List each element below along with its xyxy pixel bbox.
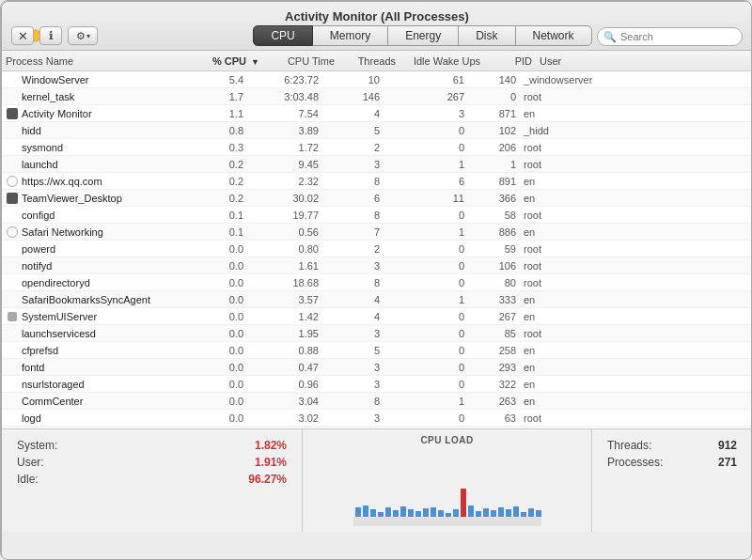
process-threads: 146 [319, 91, 380, 102]
svg-rect-12 [438, 510, 444, 517]
process-cpu: 0.2 [178, 193, 243, 204]
process-threads: 5 [319, 125, 380, 136]
col-header-cpu[interactable]: % CPU ▼ [194, 55, 259, 67]
app-icon [6, 310, 19, 323]
svg-rect-4 [378, 512, 384, 517]
process-threads: 8 [319, 210, 380, 221]
svg-rect-20 [498, 507, 504, 517]
table-row[interactable]: logd 0.0 3.02 3 0 63 root [2, 410, 752, 427]
table-row[interactable]: notifyd 0.0 1.61 3 0 106 root [2, 257, 752, 274]
table-row[interactable]: TeamViewer_Desktop 0.2 30.02 6 11 366 en [2, 190, 752, 207]
user-label: User: [17, 456, 44, 469]
table-row[interactable]: launchservicesd 0.0 1.95 3 0 85 root [2, 325, 752, 342]
tab-energy[interactable]: Energy [387, 25, 459, 46]
table-row[interactable]: hidd 0.8 3.89 5 0 102 _hidd [2, 122, 752, 139]
process-user: root [516, 328, 591, 339]
process-threads: 10 [319, 74, 380, 86]
col-header-user[interactable]: User [532, 55, 607, 67]
tab-disk[interactable]: Disk [458, 25, 515, 46]
process-cputime: 0.47 [243, 362, 319, 373]
process-name: fontd [6, 361, 178, 374]
process-cpu: 0.2 [178, 159, 243, 170]
process-cpu: 0.0 [178, 362, 243, 373]
process-cputime: 3:03.48 [243, 91, 319, 102]
table-row[interactable]: SystemUIServer 0.0 1.42 4 0 267 en [2, 308, 752, 325]
process-threads: 4 [319, 311, 380, 322]
process-cputime: 2.32 [243, 176, 319, 187]
table-row[interactable]: opendirectoryd 0.0 18.68 8 0 80 root [2, 274, 752, 291]
svg-rect-11 [431, 507, 436, 517]
table-row[interactable]: WindowServer 5.4 6:23.72 10 61 140 _wind… [2, 71, 752, 88]
bottom-bar: System: 1.82% User: 1.91% Idle: 96.27% C… [2, 428, 752, 532]
tab-network[interactable]: Network [515, 25, 592, 46]
process-cputime: 19.77 [243, 210, 319, 221]
process-pid: 206 [464, 142, 516, 153]
table-row[interactable]: Activity Monitor 1.1 7.54 4 3 871 en [2, 105, 752, 122]
process-name: sysmond [6, 141, 178, 154]
process-cpu: 0.0 [178, 379, 243, 390]
tab-cpu[interactable]: CPU [253, 25, 312, 46]
process-user: root [516, 210, 591, 221]
table-row[interactable]: configd 0.1 19.77 8 0 58 root [2, 207, 752, 224]
process-threads: 3 [319, 260, 380, 272]
process-cpu: 0.3 [178, 142, 243, 153]
table-row[interactable]: kernel_task 1.7 3:03.48 146 267 0 root [2, 88, 752, 105]
process-user: en [516, 176, 591, 187]
user-value: 1.91% [255, 456, 287, 469]
process-list[interactable]: WindowServer 5.4 6:23.72 10 61 140 _wind… [2, 71, 752, 428]
process-cpu: 1.1 [178, 108, 243, 119]
process-pid: 886 [464, 226, 516, 238]
process-cpu: 1.7 [178, 91, 243, 102]
threads-label: Threads: [607, 439, 651, 452]
process-user: root [516, 91, 591, 102]
gear-button[interactable]: ⚙ ▾ [68, 26, 98, 45]
process-idle: 0 [380, 379, 464, 390]
process-idle: 0 [380, 311, 464, 322]
info-button[interactable]: ℹ [39, 26, 62, 45]
col-header-pid[interactable]: PID [480, 55, 532, 67]
search-input[interactable] [620, 31, 736, 42]
process-threads: 8 [319, 176, 380, 187]
table-row[interactable]: nsurlstoraged 0.0 0.96 3 0 322 en [2, 376, 752, 393]
col-header-cputime[interactable]: CPU Time [259, 55, 335, 67]
process-threads: 3 [319, 328, 380, 339]
stop-button[interactable]: ✕ [11, 26, 34, 45]
process-idle: 267 [380, 91, 464, 102]
col-header-threads[interactable]: Threads [335, 55, 396, 67]
svg-rect-2 [363, 506, 368, 517]
table-row[interactable]: CommCenter 0.0 3.04 8 1 263 en [2, 393, 752, 410]
process-pid: 59 [464, 243, 516, 255]
col-header-process[interactable]: Process Name [6, 55, 194, 67]
table-row[interactable]: sysmond 0.3 1.72 2 0 206 root [2, 139, 752, 156]
svg-rect-13 [446, 513, 451, 517]
svg-rect-16 [468, 506, 474, 517]
table-row[interactable]: launchd 0.2 9.45 3 1 1 root [2, 156, 752, 173]
col-header-idle[interactable]: Idle Wake Ups [396, 55, 480, 67]
table-row[interactable]: cfprefsd 0.0 0.88 5 0 258 en [2, 342, 752, 359]
svg-rect-10 [423, 508, 429, 517]
tab-memory[interactable]: Memory [312, 25, 388, 46]
process-pid: 80 [464, 277, 516, 288]
column-headers: Process Name % CPU ▼ CPU Time Threads Id… [2, 51, 752, 71]
table-row[interactable]: powerd 0.0 0.80 2 0 59 root [2, 241, 752, 257]
globe-icon [6, 175, 19, 188]
process-cpu: 0.0 [178, 396, 243, 407]
svg-rect-9 [415, 511, 421, 517]
search-box[interactable]: 🔍 [597, 27, 743, 46]
process-name: cfprefsd [6, 344, 178, 357]
table-row[interactable]: https://wx.qq.com 0.2 2.32 8 6 891 en [2, 173, 752, 190]
process-cputime: 18.68 [243, 277, 319, 288]
table-row[interactable]: fontd 0.0 0.47 3 0 293 en [2, 359, 752, 376]
process-name: nsurlstoraged [6, 378, 178, 391]
process-cputime: 0.96 [243, 379, 319, 390]
process-threads: 8 [319, 277, 380, 288]
process-user: root [516, 277, 591, 288]
table-row[interactable]: SafariBookmarksSyncAgent 0.0 3.57 4 1 33… [2, 291, 752, 308]
process-name: TeamViewer_Desktop [6, 192, 178, 205]
process-threads: 8 [319, 396, 380, 407]
process-pid: 106 [464, 260, 516, 272]
svg-rect-8 [408, 509, 414, 517]
table-row[interactable]: Safari Networking 0.1 0.56 7 1 886 en [2, 224, 752, 241]
app-icon [6, 192, 19, 205]
process-threads: 6 [319, 193, 380, 204]
